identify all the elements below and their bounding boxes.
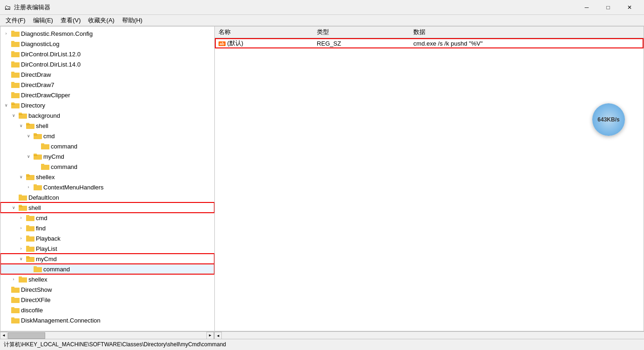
tree-node-background[interactable]: ∨background [0, 110, 214, 121]
tree-node-command-bg-mycmd[interactable]: command [0, 162, 214, 172]
svg-rect-26 [19, 113, 22, 114]
tree-node-directxfile[interactable]: DirectXFile [0, 295, 214, 305]
menu-edit[interactable]: 编辑(E) [29, 15, 57, 26]
scroll-left-btn2[interactable]: ◄ [214, 332, 222, 339]
folder-icon-mycmd-dir [26, 256, 34, 262]
col-name: 名称 [215, 27, 313, 38]
tree-node-shell-bg[interactable]: ∨shell [0, 121, 214, 131]
scroll-thumb-left[interactable] [8, 332, 45, 339]
tree-scrollbar[interactable]: ◄ ► [0, 332, 214, 339]
expand-btn-directshow[interactable] [2, 286, 10, 293]
expand-btn-shellex-bg[interactable]: ∨ [17, 173, 25, 181]
tree-node-dircontrol-14[interactable]: DirControl.DirList.12.0 [0, 49, 214, 59]
folder-icon-diskmanagement [11, 317, 20, 323]
expand-btn-contextmenu-bg[interactable]: › [25, 183, 32, 191]
value-scrollbar[interactable]: ◄ ► [214, 332, 644, 339]
folder-icon-command-bg-cmd [41, 143, 49, 149]
expand-btn-command-bg-cmd[interactable] [32, 142, 40, 150]
tree-node-discofile[interactable]: discofile [0, 305, 214, 315]
expand-btn-shell-dir[interactable]: ∨ [10, 204, 17, 211]
svg-rect-35 [41, 144, 49, 149]
tree-node-playlist-dir[interactable]: ›PlayList [0, 243, 214, 254]
expand-btn-defaulticon[interactable] [10, 194, 17, 201]
tree-node-directdraw7[interactable]: DirectDraw7 [0, 80, 214, 90]
registry-row[interactable]: ab(默认)REG_SZcmd.exe /s /k pushd "%V" [215, 38, 644, 49]
tree-node-find-dir[interactable]: ›find [0, 223, 214, 233]
folder-icon-directdraw [11, 71, 20, 78]
tree-node-cmd-dir[interactable]: ›cmd [0, 213, 214, 223]
tree-node-mycmd-bg[interactable]: ∨myCmd [0, 151, 214, 162]
expand-btn-discofile[interactable] [2, 306, 10, 314]
expand-btn-cmd-dir[interactable]: › [17, 214, 25, 222]
node-label-discofile: discofile [21, 307, 43, 314]
close-button[interactable]: ✕ [619, 0, 640, 15]
node-label-shell-dir: shell [28, 204, 41, 211]
expand-btn-directdraw[interactable] [2, 71, 10, 78]
tree-node-command-bg-cmd[interactable]: command [0, 141, 214, 151]
maximize-button[interactable]: □ [597, 0, 619, 15]
svg-rect-50 [19, 195, 27, 201]
expand-btn-diagnostic-resmon[interactable]: › [2, 30, 10, 37]
status-bar: 计算机\HKEY_LOCAL_MACHINE\SOFTWARE\Classes\… [0, 339, 644, 350]
expand-btn-mycmd-dir[interactable]: ∨ [17, 255, 25, 262]
expand-btn-background[interactable]: ∨ [10, 112, 17, 119]
scroll-right-btn[interactable]: ► [206, 332, 214, 339]
entry-name: ab(默认) [215, 38, 313, 49]
expand-btn-mycmd-bg[interactable]: ∨ [25, 153, 32, 160]
title-text: 注册表编辑器 [14, 3, 576, 12]
tree-node-diskmanagement[interactable]: DiskManagement.Connection [0, 315, 214, 325]
tree-node-playback-dir[interactable]: ›Playback [0, 233, 214, 243]
tree-node-directshow[interactable]: DirectShow [0, 284, 214, 295]
tree-node-directdraw[interactable]: DirectDraw [0, 69, 214, 80]
folder-icon-diagnostic-resmon [11, 30, 20, 37]
folder-icon-defaulticon [19, 194, 27, 201]
tree-node-directdrawclipper[interactable]: DirectDrawClipper [0, 90, 214, 100]
expand-btn-directory[interactable]: ∨ [2, 101, 10, 109]
registry-table: 名称 类型 数据 ab(默认)REG_SZcmd.exe /s /k pushd… [215, 27, 644, 48]
expand-btn-dircontrol-15[interactable] [2, 61, 10, 68]
expand-btn-command-dir-mycmd[interactable] [25, 265, 32, 273]
tree-node-contextmenu-bg[interactable]: ›ContextMenuHandlers [0, 182, 214, 192]
expand-btn-cmd-bg[interactable]: ∨ [25, 132, 32, 140]
menu-file[interactable]: 文件(F) [2, 15, 29, 26]
tree-node-shellex-bg[interactable]: ∨shellex [0, 172, 214, 182]
tree-panel[interactable]: ›Diagnostic.Resmon.ConfigDiagnosticLogDi… [0, 27, 215, 331]
tree-node-defaulticon[interactable]: DefaultIcon [0, 192, 214, 202]
expand-btn-diskmanagement[interactable] [2, 316, 10, 324]
expand-btn-directxfile[interactable] [2, 296, 10, 303]
expand-btn-dircontrol-14[interactable] [2, 50, 10, 58]
expand-btn-playback-dir[interactable]: › [17, 235, 25, 242]
scroll-left-btn[interactable]: ◄ [0, 332, 7, 339]
node-label-shellex-bg: shellex [36, 174, 55, 181]
expand-btn-playlist-dir[interactable]: › [17, 245, 25, 252]
folder-icon-dircontrol-14 [11, 51, 20, 57]
minimize-button[interactable]: ─ [576, 0, 597, 15]
tree-node-dircontrol-15[interactable]: DirControl.DirList.14.0 [0, 59, 214, 69]
svg-rect-68 [26, 256, 29, 257]
expand-btn-diagnostic-log[interactable] [2, 40, 10, 47]
folder-icon-shell-dir [19, 204, 27, 211]
svg-rect-8 [11, 52, 20, 57]
folder-icon-directory [11, 102, 20, 108]
tree-node-diagnostic-resmon[interactable]: ›Diagnostic.Resmon.Config [0, 28, 214, 39]
menu-favorites[interactable]: 收藏夹(A) [84, 15, 118, 26]
expand-btn-find-dir[interactable]: › [17, 224, 25, 232]
menu-view[interactable]: 查看(V) [57, 15, 84, 26]
scroll-track-left [7, 332, 206, 339]
expand-btn-directdrawclipper[interactable] [2, 91, 10, 99]
tree-node-mycmd-dir[interactable]: ∨myCmd [0, 254, 214, 264]
folder-icon-mycmd-bg [34, 153, 42, 160]
expand-btn-command-bg-mycmd[interactable] [32, 163, 40, 170]
tree-node-diagnostic-log[interactable]: DiagnosticLog [0, 39, 214, 49]
tree-node-directory[interactable]: ∨Directory [0, 100, 214, 110]
menu-help[interactable]: 帮助(H) [118, 15, 146, 26]
folder-icon-discofile [11, 307, 20, 313]
tree-node-command-dir-mycmd[interactable]: command [0, 264, 214, 274]
expand-btn-shellex-dir[interactable]: › [10, 276, 17, 283]
expand-btn-shell-bg[interactable]: ∨ [17, 122, 25, 129]
node-label-directshow: DirectShow [21, 286, 52, 293]
tree-node-cmd-bg[interactable]: ∨cmd [0, 131, 214, 141]
expand-btn-directdraw7[interactable] [2, 81, 10, 88]
tree-node-shellex-dir[interactable]: ›shellex [0, 274, 214, 284]
tree-node-shell-dir[interactable]: ∨shell [0, 202, 214, 213]
